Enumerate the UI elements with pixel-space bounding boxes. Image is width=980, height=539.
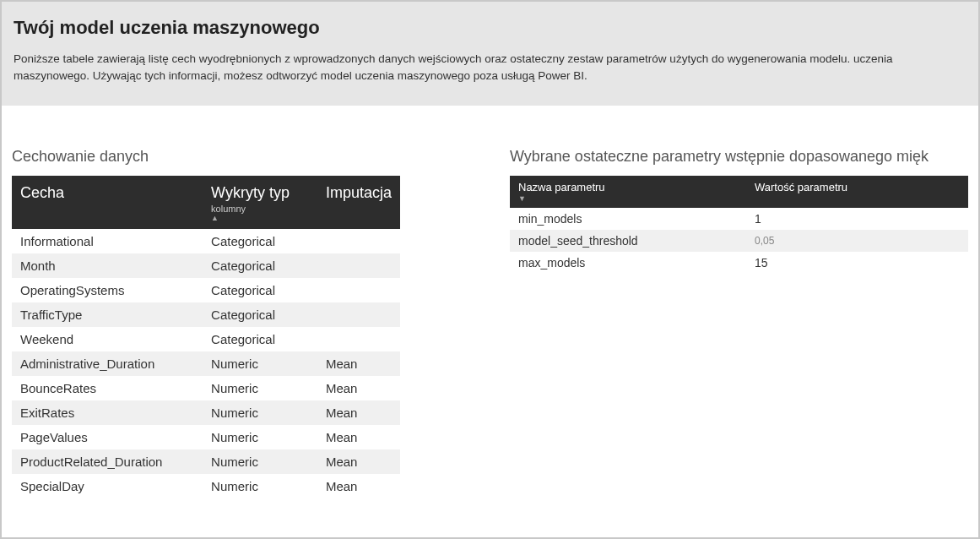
table-row[interactable]: BounceRatesNumericMean xyxy=(12,376,400,400)
table-row[interactable]: SpecialDayNumericMean xyxy=(12,474,400,498)
feature-name-cell: Weekend xyxy=(12,327,203,351)
page-description: Poniższe tabele zawierają listę cech wyo… xyxy=(14,51,966,85)
features-panel: Cechowanie danych Cecha Wykryty typ kolu… xyxy=(12,148,400,499)
feature-imputation-cell xyxy=(317,327,400,351)
params-section-title: Wybrane ostateczne parametry wstępnie do… xyxy=(510,148,968,166)
feature-imputation-cell xyxy=(317,229,400,253)
feature-type-cell: Categorical xyxy=(203,327,317,351)
table-row[interactable]: min_models1 xyxy=(510,208,968,230)
feature-name-cell: ExitRates xyxy=(12,400,203,425)
features-header-type-sub: kolumny xyxy=(211,204,309,214)
feature-type-cell: Categorical xyxy=(203,302,317,327)
feature-name-cell: PageValues xyxy=(12,425,203,449)
param-name-cell: min_models xyxy=(510,208,746,230)
params-header-name[interactable]: Nazwa parametru ▼ xyxy=(510,176,746,208)
sort-ascending-icon: ▲ xyxy=(211,215,309,223)
param-name-cell: model_seed_threshold xyxy=(510,230,746,252)
params-panel: Wybrane ostateczne parametry wstępnie do… xyxy=(510,148,968,499)
features-section-title: Cechowanie danych xyxy=(12,148,400,166)
table-row[interactable]: TrafficTypeCategorical xyxy=(12,302,400,327)
feature-type-cell: Categorical xyxy=(203,253,317,278)
table-row[interactable]: WeekendCategorical xyxy=(12,327,400,351)
feature-name-cell: SpecialDay xyxy=(12,474,203,498)
params-header-name-label: Nazwa parametru xyxy=(518,181,605,193)
table-row[interactable]: ExitRatesNumericMean xyxy=(12,400,400,425)
feature-imputation-cell: Mean xyxy=(317,351,400,376)
feature-type-cell: Categorical xyxy=(203,229,317,253)
feature-type-cell: Numeric xyxy=(203,425,317,449)
table-row[interactable]: model_seed_threshold0,05 xyxy=(510,230,968,252)
params-table: Nazwa parametru ▼ Wartość parametru min_… xyxy=(510,176,968,274)
feature-imputation-cell: Mean xyxy=(317,474,400,498)
feature-name-cell: BounceRates xyxy=(12,376,203,400)
feature-imputation-cell: Mean xyxy=(317,425,400,449)
feature-imputation-cell xyxy=(317,278,400,302)
param-value-cell: 0,05 xyxy=(746,230,968,252)
params-header-value[interactable]: Wartość parametru xyxy=(746,176,968,208)
table-row[interactable]: Administrative_DurationNumericMean xyxy=(12,351,400,376)
feature-imputation-cell: Mean xyxy=(317,400,400,425)
header-section: Twój model uczenia maszynowego Poniższe … xyxy=(2,2,978,106)
features-table: Cecha Wykryty typ kolumny ▲ Imputacja In… xyxy=(12,176,400,499)
feature-name-cell: Administrative_Duration xyxy=(12,351,203,376)
sort-descending-icon: ▼ xyxy=(518,194,738,203)
feature-name-cell: Informational xyxy=(12,229,203,253)
feature-type-cell: Categorical xyxy=(203,278,317,302)
feature-name-cell: Month xyxy=(12,253,203,278)
table-row[interactable]: ProductRelated_DurationNumericMean xyxy=(12,449,400,474)
features-header-type-main: Wykryty typ xyxy=(211,184,290,201)
param-value-cell: 1 xyxy=(746,208,968,230)
table-row[interactable]: InformationalCategorical xyxy=(12,229,400,253)
feature-name-cell: OperatingSystems xyxy=(12,278,203,302)
feature-type-cell: Numeric xyxy=(203,376,317,400)
table-row[interactable]: PageValuesNumericMean xyxy=(12,425,400,449)
page-title: Twój model uczenia maszynowego xyxy=(14,17,966,39)
feature-type-cell: Numeric xyxy=(203,351,317,376)
feature-type-cell: Numeric xyxy=(203,400,317,425)
param-name-cell: max_models xyxy=(510,252,746,274)
feature-imputation-cell xyxy=(317,302,400,327)
feature-imputation-cell: Mean xyxy=(317,449,400,474)
features-header-type[interactable]: Wykryty typ kolumny ▲ xyxy=(203,176,317,230)
feature-name-cell: TrafficType xyxy=(12,302,203,327)
feature-type-cell: Numeric xyxy=(203,449,317,474)
feature-imputation-cell xyxy=(317,253,400,278)
features-header-feature[interactable]: Cecha xyxy=(12,176,203,230)
feature-imputation-cell: Mean xyxy=(317,376,400,400)
feature-type-cell: Numeric xyxy=(203,474,317,498)
features-header-imputation[interactable]: Imputacja xyxy=(317,176,400,230)
table-row[interactable]: OperatingSystemsCategorical xyxy=(12,278,400,302)
feature-name-cell: ProductRelated_Duration xyxy=(12,449,203,474)
table-row[interactable]: max_models15 xyxy=(510,252,968,274)
param-value-cell: 15 xyxy=(746,252,968,274)
main-content: Cechowanie danych Cecha Wykryty typ kolu… xyxy=(2,106,978,499)
table-row[interactable]: MonthCategorical xyxy=(12,253,400,278)
